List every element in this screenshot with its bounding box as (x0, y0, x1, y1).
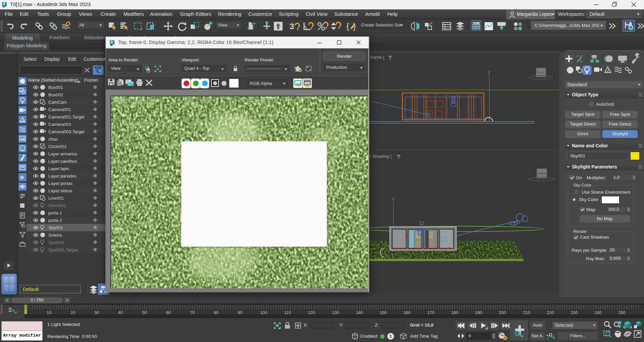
svg-text:3: 3 (110, 40, 112, 44)
svg-text:{: { (346, 21, 349, 31)
svg-text:y: y (406, 235, 408, 239)
svg-text:FRONT: FRONT (537, 172, 546, 175)
svg-text:3: 3 (3, 2, 5, 6)
svg-text:BACK: BACK (537, 71, 545, 74)
svg-text:MAX: MAX (2, 6, 5, 8)
svg-text:A: A (156, 67, 159, 71)
svg-text:x: x (473, 120, 475, 125)
svg-text:❄: ❄ (19, 175, 24, 181)
svg-text:3: 3 (290, 22, 294, 31)
svg-text:Z: Z (488, 70, 490, 75)
svg-text:Z: Z (392, 197, 395, 201)
